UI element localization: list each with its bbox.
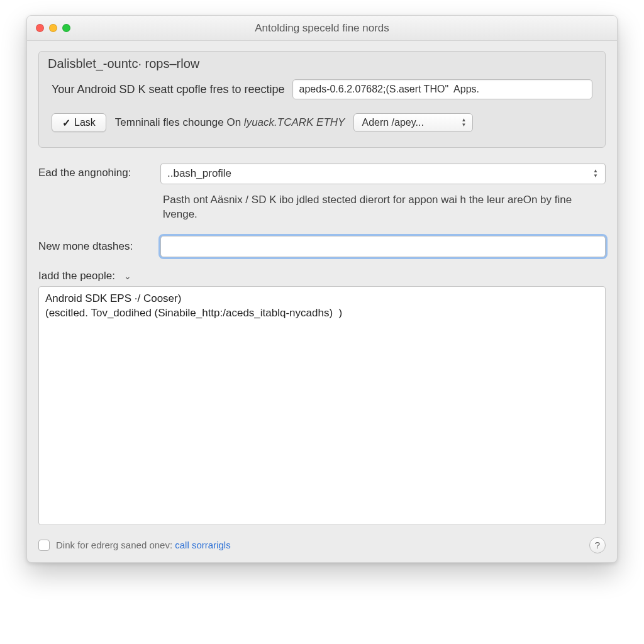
sdk-path-input[interactable] (292, 79, 592, 99)
check-icon: ✓ (62, 117, 70, 129)
ead-row: Ead the angnohing: ▲▼ (38, 163, 606, 184)
stepper-arrows-icon: ▲▼ (458, 116, 469, 129)
help-button[interactable]: ? (589, 537, 606, 553)
helper-text: Pasth ont Aäsnix / SD K ibo jdled stecte… (160, 189, 606, 231)
footer-link[interactable]: call sorrarigls (175, 540, 230, 550)
sdk-row: Your Android SD K seatt cpofle fres to r… (52, 79, 592, 99)
dialog-window: Antolding speceld fine nords Dalisblet_-… (26, 15, 618, 563)
terminal-row: ✓ Lask Temninali fles chounge On lyuack.… (52, 113, 592, 132)
new-label: New mone dtashes: (38, 240, 154, 253)
dialog-content: Dalisblet_-ountc· rops–rlow Your Android… (27, 41, 617, 562)
close-icon[interactable] (36, 24, 44, 32)
footer-text: Dink for edrerg saned onev: call sorrari… (56, 540, 231, 550)
lask-button-label: Lask (74, 117, 96, 128)
chevron-down-icon[interactable]: ⌄ (124, 271, 131, 281)
ead-input[interactable] (160, 163, 606, 184)
footer-checkbox[interactable] (38, 540, 50, 551)
helper-row: Pasth ont Aäsnix / SD K ibo jdled stecte… (38, 189, 606, 231)
output-textarea[interactable] (38, 286, 606, 525)
group-legend: Dalisblet_-ountc· rops–rlow (48, 57, 199, 71)
terminal-text: Temninali fles chounge On lyuack.TCARK E… (115, 116, 345, 129)
new-input[interactable] (160, 236, 606, 257)
footer-text-prefix: Dink for edrerg saned onev: (56, 540, 175, 550)
minimize-icon[interactable] (49, 24, 57, 32)
ead-combo[interactable]: ▲▼ (160, 163, 606, 184)
titlebar: Antolding speceld fine nords (27, 16, 617, 41)
settings-group: Dalisblet_-ountc· rops–rlow Your Android… (38, 51, 606, 148)
sdk-path-label: Your Android SD K seatt cpofle fres to r… (52, 83, 285, 96)
zoom-icon[interactable] (62, 24, 70, 32)
ead-label: Ead the angnohing: (38, 163, 154, 179)
adem-select[interactable]: Adern /apey... ▲▼ (353, 113, 473, 132)
footer: Dink for edrerg saned onev: call sorrari… (38, 528, 606, 553)
terminal-text-mono: lyuack.TCARK ETHY (244, 116, 345, 128)
help-icon: ? (595, 540, 600, 550)
adem-select-value: Adern /apey... (362, 117, 423, 128)
stepper-arrows-icon: ▲▼ (591, 167, 601, 180)
helper-spacer (38, 189, 154, 193)
window-title: Antolding speceld fine nords (27, 22, 617, 35)
disclosure-label: Iadd the people: (38, 270, 115, 282)
disclosure-row: Iadd the people: ⌄ (38, 270, 606, 282)
traffic-lights (27, 24, 70, 32)
lask-button[interactable]: ✓ Lask (52, 113, 106, 132)
new-row: New mone dtashes: (38, 236, 606, 257)
terminal-text-plain: Temninali fles chounge On (115, 116, 244, 128)
